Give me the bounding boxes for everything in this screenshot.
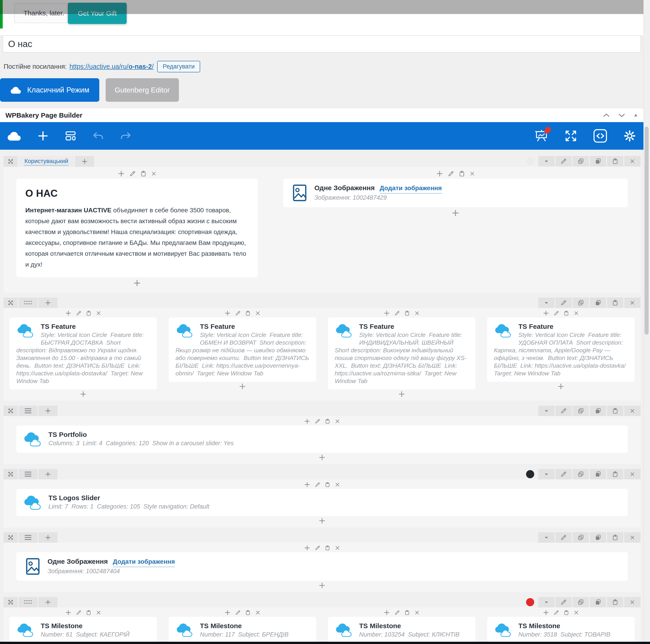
add-column-button[interactable] [38, 406, 58, 416]
custom-css-button[interactable] [593, 129, 608, 143]
element-single-image[interactable]: Одне Зображення Додати зображення Зображ… [283, 179, 628, 207]
row-edit-button[interactable] [555, 298, 572, 308]
row-clone-button[interactable] [573, 156, 589, 166]
scrollbar[interactable] [644, 0, 650, 644]
row-copy-button[interactable] [590, 298, 606, 308]
panel-header[interactable]: WPBakery Page Builder [0, 109, 644, 122]
column-delete-button[interactable] [334, 418, 340, 424]
column-add-button[interactable] [383, 609, 390, 616]
column-add-button[interactable] [543, 609, 549, 616]
row-edit-button[interactable] [555, 156, 572, 166]
row-delete-button[interactable] [624, 406, 641, 416]
tab-custom[interactable]: Користувацький [19, 156, 74, 167]
column-paste-button[interactable] [564, 610, 569, 615]
move-up-icon[interactable] [603, 111, 610, 119]
element-single-image[interactable]: Одне Зображення Додати зображення Зображ… [16, 552, 628, 581]
row-toggle-button[interactable] [538, 532, 554, 543]
column-delete-button[interactable] [414, 610, 420, 615]
add-tab-button[interactable] [75, 156, 94, 167]
column-edit-button[interactable] [235, 310, 241, 316]
row-paste-button[interactable] [607, 597, 623, 607]
element-ts-feature[interactable]: TS Feature Style: Vertical Icon Circle F… [328, 317, 475, 389]
column-paste-button[interactable] [325, 482, 330, 488]
row-drag-handle[interactable] [4, 532, 17, 543]
row-drag-handle[interactable] [4, 597, 17, 607]
element-ts-milestone[interactable]: TS Milestone Number: 61 Subject: КАЕГОРІ… [9, 617, 157, 643]
row-delete-button[interactable] [624, 298, 641, 308]
row-toggle-button[interactable] [538, 298, 554, 308]
column-paste-button[interactable] [86, 610, 92, 615]
row-paste-button[interactable] [607, 469, 623, 479]
move-down-icon[interactable] [618, 111, 625, 119]
element-ts-feature[interactable]: TS Feature Style: Vertical Icon Circle F… [487, 317, 635, 382]
fullscreen-button[interactable] [564, 129, 578, 143]
column-delete-button[interactable] [334, 545, 340, 551]
column-edit-button[interactable] [553, 610, 559, 615]
column-paste-button[interactable] [140, 170, 147, 177]
column-paste-button[interactable] [245, 610, 251, 615]
frontend-preview-button[interactable] [534, 129, 549, 143]
row-paste-button[interactable] [607, 298, 623, 308]
add-image-link[interactable]: Додати зображення [113, 557, 175, 567]
row-copy-button[interactable] [590, 406, 606, 416]
templates-button[interactable] [64, 129, 77, 142]
row-drag-handle[interactable] [4, 156, 17, 167]
column-add-button[interactable] [224, 310, 231, 316]
append-element-button[interactable] [283, 207, 628, 219]
column-edit-button[interactable] [129, 170, 136, 177]
settings-gear-button[interactable] [622, 129, 637, 143]
column-paste-button[interactable] [245, 310, 251, 316]
column-delete-button[interactable] [255, 310, 261, 316]
add-column-button[interactable] [38, 532, 58, 543]
get-gift-button[interactable]: Get Your Gift [68, 3, 127, 24]
row-layout-button[interactable] [19, 406, 38, 416]
column-paste-button[interactable] [459, 170, 465, 177]
column-add-button[interactable] [65, 310, 72, 316]
column-paste-button[interactable] [404, 310, 410, 316]
column-delete-button[interactable] [414, 310, 420, 316]
column-paste-button[interactable] [404, 610, 410, 615]
row-delete-button[interactable] [624, 469, 641, 479]
row-color-dot[interactable] [526, 157, 534, 165]
row-paste-button[interactable] [607, 406, 623, 416]
column-delete-button[interactable] [573, 610, 579, 615]
column-delete-button[interactable] [334, 482, 340, 488]
column-edit-button[interactable] [553, 310, 559, 316]
row-toggle-button[interactable] [538, 597, 554, 607]
row-copy-button[interactable] [590, 597, 606, 607]
gutenberg-editor-button[interactable]: Gutenberg Editor [106, 78, 179, 102]
column-add-button[interactable] [304, 418, 311, 425]
add-element-button[interactable] [37, 129, 49, 142]
column-delete-button[interactable] [573, 310, 579, 316]
column-delete-button[interactable] [255, 610, 261, 615]
row-clone-button[interactable] [573, 469, 589, 479]
row-edit-button[interactable] [555, 469, 572, 479]
row-clone-button[interactable] [573, 406, 589, 416]
row-edit-button[interactable] [555, 532, 572, 543]
row-paste-button[interactable] [607, 532, 623, 543]
row-color-dot[interactable] [526, 470, 534, 478]
column-edit-button[interactable] [315, 418, 321, 424]
column-paste-button[interactable] [325, 418, 330, 424]
column-delete-button[interactable] [469, 171, 475, 177]
element-ts-milestone[interactable]: TS Milestone Number: 117 Subject: БРЕНДІ… [169, 617, 316, 643]
element-ts-feature[interactable]: TS Feature Style: Vertical Icon Circle F… [9, 317, 157, 389]
row-copy-button[interactable] [590, 532, 606, 543]
column-edit-button[interactable] [394, 610, 400, 615]
row-drag-handle[interactable] [4, 298, 17, 308]
row-toggle-button[interactable] [538, 469, 554, 479]
add-column-button[interactable] [38, 597, 58, 607]
row-edit-button[interactable] [555, 597, 572, 607]
add-column-button[interactable] [38, 469, 58, 479]
column-delete-button[interactable] [96, 310, 102, 316]
append-element-button[interactable] [16, 581, 628, 590]
post-title-input[interactable] [3, 35, 641, 52]
edit-permalink-button[interactable]: Редагувати [157, 61, 200, 72]
column-add-button[interactable] [117, 170, 125, 178]
column-paste-button[interactable] [86, 310, 92, 316]
element-ts-milestone[interactable]: TS Milestone Number: 3518 Subject: ТОВАР… [487, 617, 635, 643]
column-edit-button[interactable] [315, 545, 321, 551]
column-delete-button[interactable] [96, 610, 102, 615]
append-element-button[interactable] [487, 382, 635, 391]
column-add-button[interactable] [224, 609, 231, 616]
